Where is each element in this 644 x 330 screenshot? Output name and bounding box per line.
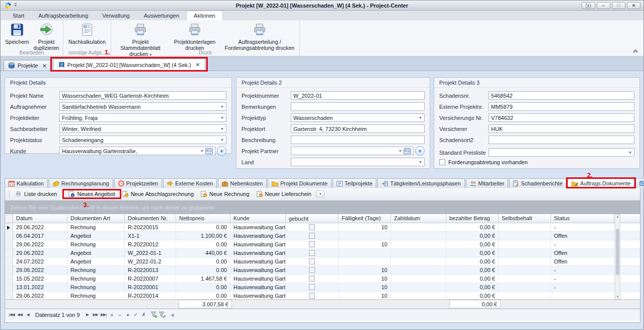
header-dokumenten-art[interactable]: Dokumenten Art (67, 214, 125, 223)
scrollbar-thumb[interactable] (616, 229, 619, 275)
nav-next-button[interactable]: ▶ (84, 312, 91, 317)
table-row[interactable]: 29.06.2022 Angebot W_2022-01-1 440,00 € … (5, 249, 640, 257)
contact-card-icon[interactable] (404, 148, 411, 154)
gebucht-checkbox[interactable] (309, 233, 315, 239)
ribbon-collapse-button[interactable] (632, 48, 638, 54)
beschreibung-input[interactable] (291, 136, 425, 144)
table-row[interactable]: 29.06.2022 Rechnung R-20220015 0.00 Haus… (5, 223, 640, 232)
schadensort2-input[interactable] (489, 136, 634, 144)
nav-first-button[interactable]: |◀◀ (8, 312, 15, 317)
contact-card-icon[interactable] (205, 148, 213, 154)
filter-icon[interactable] (150, 311, 157, 318)
table-row[interactable]: 13.01.2022 Rechnung R-20220001 0.00 Haus… (5, 283, 640, 292)
auftragserteilung-drucken-button[interactable]: Auftragserteilung / Forderungsabtretung … (222, 21, 297, 52)
gebucht-checkbox[interactable] (309, 284, 315, 290)
projekt-partner-select[interactable]: ▼ (291, 147, 414, 155)
tab-close-icon[interactable]: ✕ (196, 62, 200, 68)
close-button[interactable]: ✕ (627, 2, 640, 9)
speichern-button[interactable]: Speichern (3, 21, 32, 46)
header-bezahlter-betrag[interactable]: bezahlter Betrag (446, 214, 499, 223)
tab-aktivitaeten[interactable]: Aktivitäten (635, 178, 644, 188)
header-gebucht[interactable]: gebucht (286, 214, 339, 223)
ribbon-tab-auftragsbearbeitung[interactable]: Auftragsbearbeitung (31, 11, 95, 20)
versicherungs-nr-input[interactable]: V784632 (489, 113, 634, 122)
neue-abschlagsrechnung-button[interactable]: o Neue Abschlagsrechnung (119, 190, 197, 198)
add-partner-button[interactable]: + (415, 146, 425, 156)
nav-next-page-button[interactable]: ▶▶ (92, 312, 99, 317)
vertical-scrollbar[interactable]: ▲ ▼ (615, 214, 620, 299)
header-selbstbehalt[interactable]: Selbstbehalt (499, 214, 551, 223)
gebucht-checkbox[interactable] (309, 224, 315, 230)
ribbon-tab-aktionen[interactable]: Aktionen (186, 11, 223, 20)
land-select[interactable]: ▼ (291, 158, 425, 166)
bemerkungen-input[interactable] (291, 102, 425, 111)
projektstatus-select[interactable]: Schadeneingang▼ (59, 136, 226, 144)
nav-edit-button[interactable]: ▲ (124, 312, 131, 317)
tab-kalkulation[interactable]: Kalkulation (5, 178, 48, 188)
liste-drucken-button[interactable]: Liste drucken (12, 190, 60, 198)
nachkalkulation-button[interactable]: Nachkalkulation (65, 21, 109, 46)
header-zahldatum[interactable]: Zahldatum (391, 214, 446, 223)
table-row[interactable]: 06.04.2017 Angebot X1-1 1.100,00 € Hausv… (5, 232, 640, 240)
tab-rechnungsplanung[interactable]: Rechnungsplanung (49, 178, 113, 188)
versicherer-input[interactable]: HUK (489, 124, 634, 133)
projektnummer-input[interactable]: W_2022-01 (291, 91, 425, 100)
table-row[interactable]: 29.06.2022 Rechnung R-20220012 0.00 Haus… (5, 240, 640, 249)
nav-prev-button[interactable]: ◀ (24, 312, 31, 317)
tab-close-icon[interactable]: ✕ (42, 63, 46, 69)
tab-schadenberichte[interactable]: Schadenberichte (509, 178, 567, 188)
header-nettopreis[interactable]: Nettopreis (176, 214, 230, 223)
auftragnehmer-select[interactable]: Sanitärfachbetrieb Wassermann▼ (59, 102, 226, 111)
table-row[interactable]: 24.07.2022 Angebot W_2022-01-2 0.00 Haus… (5, 257, 640, 266)
nav-scroll-left-icon[interactable]: ◀ (169, 312, 176, 317)
maximize-button[interactable]: □ (612, 2, 625, 9)
group-by-panel[interactable]: Ziehen Sie eine Spaltenüberschrift in di… (5, 201, 640, 214)
table-row[interactable]: 15.05.2022 Rechnung R-20220007 1.467,58 … (5, 275, 640, 283)
gebucht-checkbox[interactable] (309, 293, 315, 299)
neue-rechnung-button[interactable]: o Neue Rechnung (197, 190, 253, 198)
nav-delete-button[interactable]: − (116, 312, 123, 318)
header-status[interactable]: Status (551, 214, 614, 223)
projekt-duplizieren-button[interactable]: Projekt duplizieren (32, 21, 61, 52)
scroll-down-icon[interactable]: ▼ (615, 295, 620, 298)
scroll-up-icon[interactable]: ▲ (615, 215, 620, 218)
neues-angebot-button[interactable]: o Neues Angebot 3. (65, 190, 118, 198)
tab-nebenkosten[interactable]: Nebenkosten (218, 178, 267, 188)
tab-projektzeiten[interactable]: Projektzeiten (114, 178, 163, 188)
tab-teilprojekte[interactable]: Teilprojekte (333, 178, 377, 188)
kunde-select[interactable]: Hausverwaltung Gartenstraße,▼ (59, 147, 215, 155)
nav-append-button[interactable]: + (108, 312, 115, 318)
nav-endedit-button[interactable]: ✓ (132, 312, 139, 317)
projekttyp-select[interactable]: Wasserschaden▼ (291, 113, 425, 122)
header-dokumenten-nr[interactable]: Dokumenten Nr. (125, 214, 176, 223)
nav-cancel-button[interactable]: ✗ (140, 312, 147, 317)
standard-preisliste-select[interactable]: ▼ (489, 148, 634, 157)
table-row[interactable]: 29.06.2022 Rechnung R-20220013 0.00 Haus… (5, 266, 640, 275)
gebucht-checkbox[interactable] (309, 258, 315, 265)
tab-projekt-active[interactable]: Projekt [W_2022-01] [Wasserschaden_W] (4… (53, 58, 205, 71)
gebucht-checkbox[interactable] (309, 276, 315, 282)
tab-mitarbeiter[interactable]: Mitarbeiter (466, 178, 509, 188)
externe-projektnr-input[interactable]: MM5879 (489, 102, 634, 111)
projektunterlagen-drucken-button[interactable]: Projektunterlagen drucken (168, 21, 222, 52)
ribbon-tab-auswertungen[interactable]: Auswertungen (137, 11, 186, 20)
nav-prev-page-button[interactable]: ◀◀ (16, 312, 23, 317)
filter-edit-icon[interactable] (158, 311, 166, 318)
schadensnr-input[interactable]: 5468542 (489, 91, 634, 100)
fullscreen-button[interactable] (582, 2, 595, 9)
projektort-input[interactable]: Gartenstr. 4, 73230 Kirchheim (291, 124, 425, 133)
sachbearbeiter-select[interactable]: Winter, Winfried▼ (59, 124, 226, 133)
tab-taetigkeiten[interactable]: Tätigkeiten/Leistungsphasen (377, 178, 464, 188)
projektleiter-select[interactable]: Frühling, Fraja▼ (59, 113, 226, 122)
tab-projekte[interactable]: Projekte ✕ (4, 60, 51, 71)
nav-last-button[interactable]: ▶▶| (100, 312, 107, 317)
add-kunde-button[interactable]: + (217, 146, 226, 156)
neuer-lieferschein-button[interactable]: o Neuer Lieferschein (253, 190, 315, 198)
tab-externe-kosten[interactable]: Externe Kosten (163, 178, 217, 188)
gebucht-checkbox[interactable] (309, 267, 315, 273)
ribbon-tab-start[interactable]: Start (6, 11, 31, 20)
header-faelligkeit[interactable]: Fälligkeit (Tage) (339, 214, 391, 223)
gebucht-checkbox[interactable] (309, 250, 315, 256)
toolbar-more-button[interactable]: ▾ (316, 190, 325, 197)
header-kunde[interactable]: Kunde (230, 214, 286, 223)
